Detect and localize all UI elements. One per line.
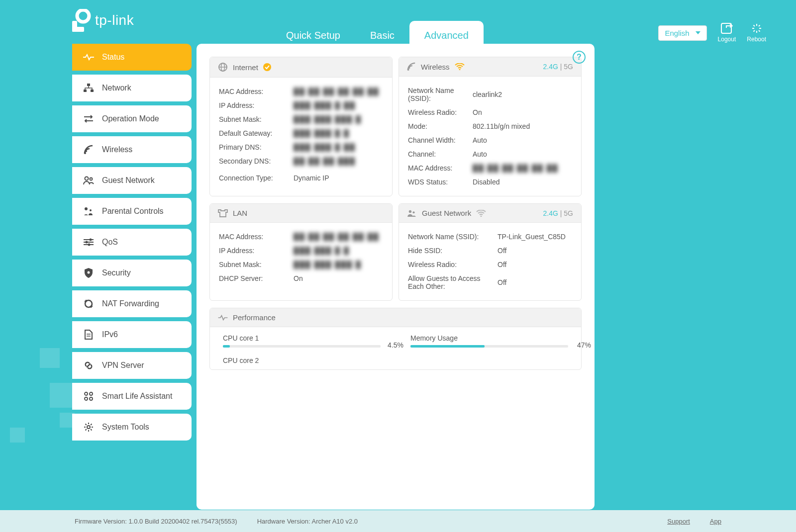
panel-title: Performance [233,313,276,322]
parental-icon [83,206,94,217]
sidebar-item-parental-controls[interactable]: Parental Controls [72,198,192,225]
gear-icon [83,422,94,433]
sidebar-item-nat-forwarding[interactable]: NAT Forwarding [72,290,192,317]
svg-point-39 [459,69,460,71]
svg-point-42 [481,215,482,217]
shield-icon [83,267,94,278]
svg-point-38 [407,69,409,71]
svg-point-32 [90,397,93,400]
users-icon [407,209,417,217]
svg-rect-13 [84,89,87,92]
language-select[interactable]: English [658,25,706,41]
logout-button[interactable]: Logout [718,23,736,43]
sidebar-item-label: QoS [102,238,118,247]
reboot-button[interactable]: Reboot [747,23,766,43]
cpu1-bar: 4.5% [223,345,381,348]
sidebar: Status Network Operation Mode Wireless G… [72,44,192,441]
lan-icon [218,209,228,217]
sidebar-item-label: IPv6 [102,330,118,339]
sidebar-item-wireless[interactable]: Wireless [72,136,192,163]
svg-line-10 [753,30,755,32]
wifi-signal-icon [455,63,465,70]
sidebar-item-label: NAT Forwarding [102,299,159,308]
panel-title: Guest Network [422,209,471,217]
hardware-version: Hardware Version: Archer A10 v2.0 [257,518,358,525]
sidebar-item-qos[interactable]: QoS [72,229,192,256]
swap-icon [83,113,94,124]
firmware-version: Firmware Version: 1.0.0 Build 20200402 r… [75,518,237,525]
help-icon[interactable]: ? [573,51,586,64]
sidebar-item-guest-network[interactable]: Guest Network [72,167,192,194]
panel-performance: Performance CPU core 1 4.5% CPU core 2 M… [209,308,582,370]
logout-icon [721,23,733,34]
svg-point-31 [85,397,88,400]
sidebar-item-vpn-server[interactable]: VPN Server [72,352,192,379]
refresh-icon [83,298,94,309]
svg-point-19 [90,209,92,211]
svg-point-25 [88,244,91,246]
tplink-logo-icon [72,9,91,32]
svg-point-18 [85,207,88,210]
svg-point-41 [413,211,415,213]
sidebar-item-label: System Tools [102,423,149,432]
sliders-icon [83,237,94,248]
sidebar-item-system-tools[interactable]: System Tools [72,414,192,441]
svg-point-37 [263,63,271,71]
activity-icon [83,52,94,63]
sidebar-item-ipv6[interactable]: IPv6 [72,321,192,348]
users-icon [83,175,94,186]
cpu1-label: CPU core 1 [223,334,381,342]
content-area: ? Internet MAC Address:██ ██ ██ ██ ██ ██… [197,44,595,510]
svg-point-29 [85,392,88,395]
sidebar-item-label: Wireless [102,145,132,154]
activity-icon [218,315,228,321]
reboot-icon [751,23,762,34]
svg-point-24 [86,241,88,244]
sidebar-item-label: Parental Controls [102,207,164,216]
grid-icon [83,391,94,402]
svg-point-23 [90,239,92,241]
panel-title: Internet [233,63,258,72]
svg-rect-2 [72,27,84,32]
band-toggle[interactable]: 2.4G | 5G [543,209,573,217]
svg-point-30 [90,392,93,395]
sidebar-item-label: VPN Server [102,361,144,370]
panel-guest-network: Guest Network 2.4G | 5G Network Name (SS… [398,203,582,301]
svg-rect-12 [87,84,90,86]
cpu2-label: CPU core 2 [223,356,381,364]
svg-point-33 [87,426,90,429]
wifi-icon [407,62,416,71]
svg-rect-14 [91,89,94,92]
svg-point-40 [409,210,411,212]
support-link[interactable]: Support [667,518,690,525]
wifi-icon [83,144,94,155]
sidebar-item-label: Guest Network [102,176,155,185]
sidebar-item-smart-life[interactable]: Smart Life Assistant [72,383,192,410]
mem-bar: 47% [410,345,568,348]
band-toggle[interactable]: 2.4G | 5G [543,63,573,71]
svg-point-17 [90,178,93,180]
svg-point-26 [88,271,90,274]
footer: Firmware Version: 1.0.0 Build 20200402 r… [0,510,796,532]
panel-title: Wireless [421,63,450,71]
sidebar-item-security[interactable]: Security [72,260,192,286]
brand-text: tp-link [95,12,134,28]
sidebar-item-label: Status [102,53,124,62]
panel-internet: Internet MAC Address:██ ██ ██ ██ ██ ██ I… [209,57,393,196]
svg-line-8 [753,25,755,27]
panel-lan: LAN MAC Address:██ ██ ██ ██ ██ ██ IP Add… [209,203,393,301]
svg-line-9 [759,30,760,32]
sidebar-item-operation-mode[interactable]: Operation Mode [72,105,192,132]
sidebar-item-label: Operation Mode [102,114,159,123]
wifi-signal-off-icon [476,210,486,217]
svg-point-15 [84,152,86,154]
mem-label: Memory Usage [410,334,568,342]
svg-point-0 [77,10,89,22]
sidebar-item-status[interactable]: Status [72,44,192,71]
sidebar-item-network[interactable]: Network [72,75,192,101]
app-link[interactable]: App [710,518,721,525]
sidebar-item-label: Smart Life Assistant [102,392,172,401]
panel-title: LAN [233,209,247,217]
link-icon [83,360,94,371]
sidebar-item-label: Network [102,84,131,92]
